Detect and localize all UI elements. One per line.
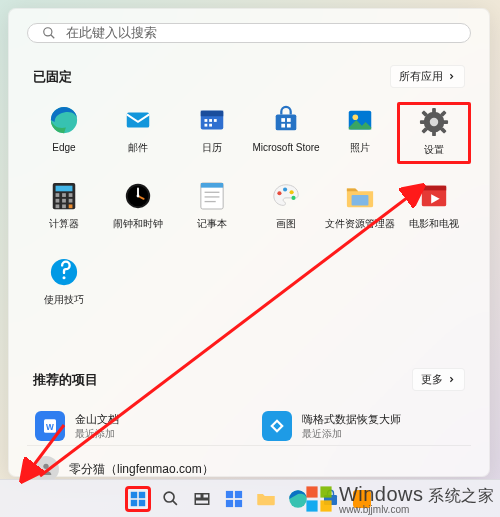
tips-icon — [48, 256, 80, 288]
person-icon — [38, 461, 54, 477]
svg-line-1 — [51, 35, 55, 39]
start-menu: 在此键入以搜索 已固定 所有应用 Edge 邮件 日历 — [8, 8, 490, 477]
app-tile-notepad[interactable]: 记事本 — [175, 178, 249, 240]
svg-rect-10 — [209, 124, 212, 127]
app-tile-microsoft-store[interactable]: Microsoft Store — [249, 102, 323, 164]
svg-rect-32 — [69, 193, 73, 197]
taskbar-task-view-button[interactable] — [189, 486, 215, 512]
svg-rect-72 — [195, 499, 209, 504]
svg-rect-64 — [131, 491, 137, 497]
svg-rect-67 — [139, 499, 145, 505]
svg-rect-20 — [432, 108, 436, 114]
edge-icon — [48, 104, 80, 136]
svg-rect-33 — [56, 199, 60, 203]
windows-logo-icon — [130, 490, 146, 508]
svg-rect-5 — [201, 111, 224, 117]
svg-rect-74 — [235, 490, 242, 497]
svg-rect-8 — [214, 119, 217, 122]
svg-rect-29 — [56, 186, 73, 192]
svg-rect-34 — [62, 199, 66, 203]
svg-rect-84 — [306, 486, 317, 497]
movies-icon — [418, 180, 450, 212]
svg-point-68 — [164, 492, 174, 502]
svg-point-19 — [430, 118, 438, 126]
app-tile-movies-tv[interactable]: 电影和电视 — [397, 178, 471, 240]
svg-point-49 — [277, 191, 281, 195]
svg-rect-86 — [306, 500, 317, 511]
taskbar-widgets-button[interactable] — [221, 486, 247, 512]
app-tile-tips[interactable]: 使用技巧 — [27, 254, 101, 316]
pinned-header: 已固定 所有应用 — [27, 65, 471, 88]
svg-rect-15 — [287, 124, 291, 128]
clock-icon — [122, 180, 154, 212]
svg-rect-66 — [131, 499, 137, 505]
svg-point-50 — [283, 187, 287, 191]
user-display-name[interactable]: 零分猫（lingfenmao.com） — [69, 461, 214, 478]
app-tile-settings[interactable]: 设置 — [397, 102, 471, 164]
svg-point-58 — [63, 276, 66, 279]
recommended-header: 推荐的项目 更多 — [27, 368, 471, 391]
svg-rect-13 — [287, 118, 291, 122]
folder-icon — [256, 491, 276, 507]
svg-rect-23 — [442, 120, 448, 124]
svg-line-69 — [172, 501, 176, 505]
more-button[interactable]: 更多 — [412, 368, 465, 391]
svg-rect-45 — [201, 183, 223, 188]
recommended-title: 推荐的项目 — [33, 371, 98, 389]
svg-rect-70 — [195, 493, 201, 498]
svg-rect-37 — [62, 204, 66, 208]
pinned-grid: Edge 邮件 日历 Microsoft Store 照片 — [27, 98, 471, 320]
svg-rect-21 — [432, 130, 436, 136]
paint-icon — [270, 180, 302, 212]
recommended-list: W 金山文档 最近添加 嗨格式数据恢复大师 最近添加 — [27, 401, 471, 445]
svg-rect-73 — [226, 490, 233, 497]
svg-rect-36 — [56, 204, 60, 208]
taskbar-start-button[interactable] — [125, 486, 151, 512]
kingsoft-docs-icon: W — [35, 411, 65, 441]
svg-rect-9 — [205, 124, 208, 127]
recommended-item[interactable]: W 金山文档 最近添加 — [31, 407, 240, 445]
search-icon — [162, 490, 179, 507]
app-tile-paint[interactable]: 画图 — [249, 178, 323, 240]
calculator-icon — [48, 180, 80, 212]
search-placeholder: 在此键入以搜索 — [66, 24, 157, 42]
svg-rect-31 — [62, 193, 66, 197]
taskbar-explorer-button[interactable] — [253, 486, 279, 512]
svg-rect-87 — [320, 500, 331, 511]
svg-point-0 — [44, 28, 52, 36]
svg-point-43 — [137, 195, 140, 198]
windows-logo-icon — [305, 485, 333, 513]
svg-rect-7 — [209, 119, 212, 122]
svg-rect-30 — [56, 193, 60, 197]
all-apps-button[interactable]: 所有应用 — [390, 65, 465, 88]
photos-icon — [344, 104, 376, 136]
svg-point-17 — [353, 114, 359, 120]
mail-icon — [122, 104, 154, 136]
svg-rect-3 — [127, 113, 150, 128]
app-tile-photos[interactable]: 照片 — [323, 102, 397, 164]
folder-icon — [344, 180, 376, 212]
search-input[interactable]: 在此键入以搜索 — [27, 23, 471, 43]
app-tile-clock[interactable]: 闹钟和时钟 — [101, 178, 175, 240]
recommended-item[interactable]: 嗨格式数据恢复大师 最近添加 — [258, 407, 467, 445]
app-tile-calendar[interactable]: 日历 — [175, 102, 249, 164]
chevron-right-icon — [447, 72, 456, 81]
data-recovery-icon — [262, 411, 292, 441]
svg-rect-76 — [235, 499, 242, 506]
app-tile-calculator[interactable]: 计算器 — [27, 178, 101, 240]
svg-rect-35 — [69, 199, 73, 203]
app-tile-edge[interactable]: Edge — [27, 102, 101, 164]
taskbar-search-button[interactable] — [157, 486, 183, 512]
svg-rect-53 — [352, 195, 369, 205]
svg-rect-11 — [276, 114, 297, 130]
svg-rect-6 — [205, 119, 208, 122]
svg-rect-71 — [203, 493, 209, 498]
svg-rect-55 — [422, 186, 446, 191]
svg-rect-12 — [281, 118, 285, 122]
widgets-icon — [225, 490, 243, 508]
app-tile-file-explorer[interactable]: 文件资源管理器 — [323, 178, 397, 240]
svg-rect-85 — [320, 486, 331, 497]
gear-icon — [418, 106, 450, 138]
app-tile-mail[interactable]: 邮件 — [101, 102, 175, 164]
calendar-icon — [196, 104, 228, 136]
